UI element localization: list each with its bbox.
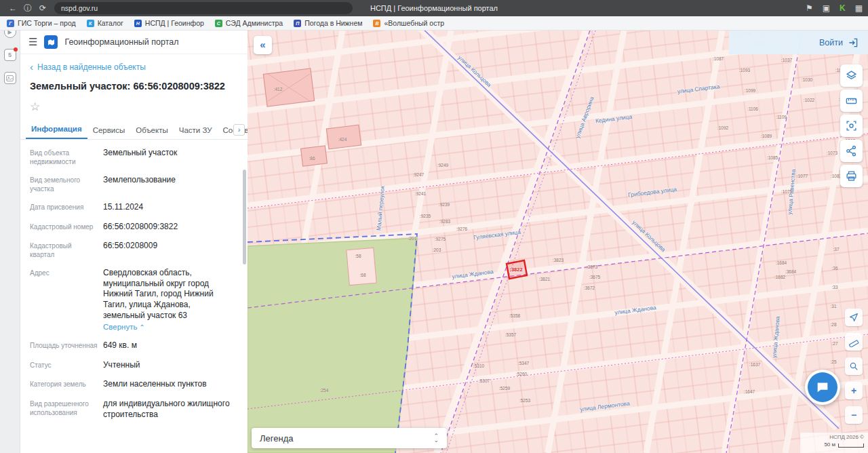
field-value: Свердловская область, муниципальный окру… [103, 268, 234, 321]
field-value: для индивидуального жилищного строительс… [103, 399, 234, 420]
tab[interactable]: Информация [26, 121, 87, 139]
bookmark-favicon: Г [7, 20, 14, 27]
bookmark-label: ГИС Торги – прод [18, 19, 76, 27]
hamburger-menu-icon[interactable]: ☰ [28, 36, 37, 48]
field-value: 15.11.2024 [103, 202, 234, 213]
zoom-out-button[interactable]: − [845, 406, 863, 424]
bookmark-item[interactable]: Г ГИС Торги – прод [7, 19, 76, 27]
bookmark-item[interactable]: П Погода в Нижнем [294, 19, 362, 27]
share-button[interactable] [840, 140, 863, 162]
app-header: ☰ Геоинформационный портал [20, 31, 248, 54]
field-label: Категория земель [30, 379, 98, 389]
bookmark-label: «Волшебный остр [384, 19, 444, 27]
object-info-panel: ☰ Геоинформационный портал ‹ Назад в най… [20, 31, 248, 453]
bookmark-favicon: В [373, 20, 380, 27]
field-value: Земли населенных пунктов [103, 379, 234, 390]
map-area: улица Кольцоваулица Кольцоваулица Аврори… [248, 31, 868, 453]
browser-topbar: ← ⓘ ⟳ nspd.gov.ru НСПД | Геоинформационн… [0, 0, 868, 16]
locate-button[interactable] [845, 309, 863, 326]
login-exit-icon[interactable] [848, 37, 859, 48]
map-top-strip: Войти [729, 31, 868, 54]
search-area-button[interactable] [840, 115, 863, 137]
tab-bar: Информация Сервисы Объекты Части ЗУ Сост… [20, 115, 248, 140]
bookmark-item[interactable]: В «Волшебный остр [373, 19, 444, 27]
field-label: Кадастровый номер [30, 222, 98, 231]
collapse-panel-button[interactable]: « [254, 36, 272, 54]
bookmark-icon[interactable]: ⚑ [806, 3, 813, 13]
measure-button[interactable] [845, 333, 863, 351]
info-row: Дата присвоения 15.11.2024 [30, 202, 234, 213]
bookmark-favicon: К [87, 20, 94, 27]
legend-label: Легенда [260, 433, 293, 444]
field-label: Адрес [30, 268, 98, 277]
field-value: Землепользование [103, 175, 234, 186]
field-label: Вид разрешенного использования [30, 399, 98, 417]
browser-side-strip: ▶ 5 [0, 16, 20, 453]
legend-expand-icon[interactable]: ⌃⌄ [433, 434, 439, 442]
print-button[interactable] [840, 165, 863, 187]
collapse-link[interactable]: Свернуть [103, 323, 145, 331]
reload-icon[interactable]: ⟳ [35, 3, 50, 13]
bookmark-favicon: Н [134, 20, 142, 27]
map-controls: + − [845, 309, 863, 424]
info-row: Кадастровый квартал 66:56:0208009 [30, 241, 234, 259]
attribution-text: НСПД 2026 © [804, 434, 864, 440]
tabs-more-button[interactable]: › [233, 124, 245, 136]
url-text: nspd.gov.ru [61, 4, 98, 12]
favorite-star-icon[interactable]: ☆ [30, 100, 40, 113]
login-button[interactable]: Войти [819, 38, 843, 47]
highlighted-parcel[interactable] [507, 260, 527, 279]
site-info-icon[interactable]: ⓘ [20, 3, 35, 14]
app-title: Геоинформационный портал [64, 37, 178, 47]
legend-bar[interactable]: Легенда ⌃⌄ [252, 428, 447, 448]
back-link[interactable]: ‹ Назад в найденные объекты [30, 62, 146, 72]
info-row: Вид земельного участка Землепользование [30, 175, 234, 193]
bookmark-favicon: П [294, 20, 301, 27]
park-layer [248, 238, 417, 453]
field-label: Дата присвоения [30, 202, 98, 212]
topbar-actions: ⚑ ▣ K ▦ [806, 3, 863, 13]
page-title: Земельный участок: 66:56:0208009:3822 [20, 75, 248, 92]
field-value: 649 кв. м [103, 340, 234, 351]
app-logo[interactable] [44, 35, 58, 49]
tab[interactable]: Сервисы [87, 122, 131, 139]
bookmark-item[interactable]: Н НСПД | Геоинфор [134, 19, 204, 27]
info-row: Кадастровый номер 66:56:0208009:3822 [30, 222, 234, 233]
info-row: Площадь уточненная 649 кв. м [30, 340, 234, 351]
ruler-button[interactable] [840, 90, 863, 112]
field-label: Статус [30, 360, 98, 370]
scale-label: 50 м [824, 441, 835, 448]
tab[interactable]: Объекты [130, 122, 173, 139]
info-row: Статус Учтенный [30, 360, 234, 371]
field-label: Площадь уточненная [30, 340, 98, 350]
tab[interactable]: Части ЗУ [174, 122, 218, 139]
search-button[interactable] [845, 357, 863, 375]
field-value: 66:56:0208009:3822 [103, 222, 234, 233]
info-row: Адрес Свердловская область, муниципальны… [30, 268, 234, 332]
bookmarks-bar: Г ГИС Торги – прод К Каталог Н НСПД | Ге… [0, 16, 868, 31]
bookmark-label: НСПД | Геоинфор [145, 19, 204, 27]
layers-button[interactable] [840, 64, 863, 87]
gallery-icon[interactable] [4, 72, 16, 84]
map-canvas[interactable] [248, 31, 868, 453]
bookmark-label: СЭД Администра [226, 19, 283, 27]
panel-scrollbar[interactable] [243, 170, 246, 264]
info-row: Вид объекта недвижимости Земельный участ… [30, 148, 234, 166]
url-bar[interactable]: nspd.gov.ru [54, 2, 353, 14]
screen: ← ⓘ ⟳ nspd.gov.ru НСПД | Геоинформационн… [0, 0, 868, 453]
map-toolbar [840, 64, 863, 187]
zoom-in-button[interactable]: + [845, 382, 863, 399]
bookmark-item[interactable]: К Каталог [87, 19, 123, 27]
bookmark-item[interactable]: С СЭД Администра [215, 19, 283, 27]
menu-grid-icon[interactable]: ▦ [855, 3, 863, 13]
chat-button[interactable] [805, 370, 840, 405]
panel-icon[interactable]: ▣ [823, 3, 830, 13]
bookmark-label: Погода в Нижнем [304, 19, 362, 27]
field-label: Вид объекта недвижимости [30, 148, 98, 166]
back-nav-icon[interactable]: ← [5, 3, 20, 13]
notifications-icon[interactable]: 5 [4, 49, 16, 61]
chat-icon [808, 372, 837, 402]
chevron-left-icon: ‹ [30, 64, 33, 71]
antivirus-icon[interactable]: K [840, 3, 846, 13]
info-rows: Вид объекта недвижимости Земельный участ… [20, 140, 248, 425]
